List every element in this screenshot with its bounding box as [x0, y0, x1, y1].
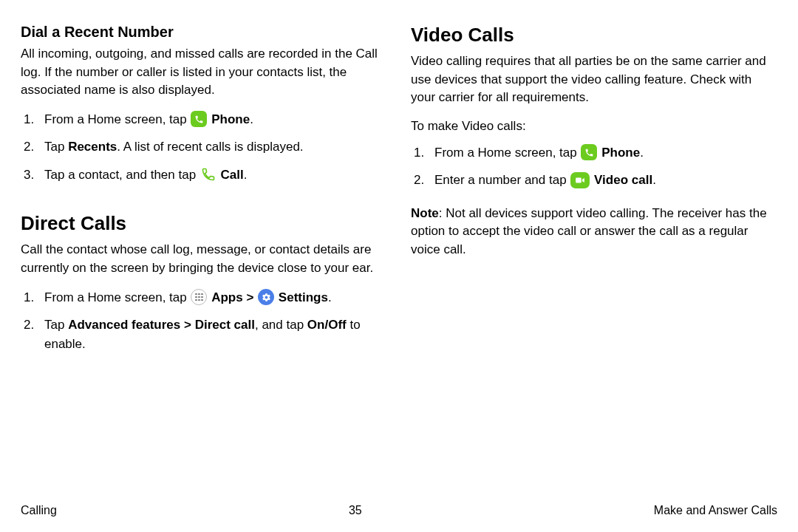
- step-text: Tap: [44, 318, 68, 332]
- onoff-label: On/Off: [307, 318, 347, 332]
- settings-label: Settings: [279, 290, 328, 304]
- step-item: From a Home screen, tap Apps > Settings.: [21, 288, 387, 307]
- steps-dial-recent: From a Home screen, tap Phone. Tap Recen…: [21, 110, 387, 185]
- call-label: Call: [221, 168, 244, 182]
- note-paragraph: Note: Not all devices support video call…: [411, 205, 777, 259]
- step-text: , and tap: [255, 318, 307, 332]
- paragraph-to-make: To make Video calls:: [411, 117, 777, 136]
- apps-label: Apps: [211, 290, 243, 304]
- paragraph-dial-recent: All incoming, outgoing, and missed calls…: [21, 45, 387, 100]
- phone-label: Phone: [601, 146, 640, 160]
- apps-icon: [191, 289, 207, 305]
- step-text: From a Home screen, tap: [44, 112, 190, 126]
- video-call-label: Video call: [594, 173, 652, 187]
- steps-video-calls: From a Home screen, tap Phone. Enter a n…: [411, 143, 777, 190]
- step-text: Enter a number and tap: [434, 173, 570, 187]
- note-label: Note: [411, 206, 439, 220]
- video-call-icon: [570, 172, 590, 188]
- step-text: From a Home screen, tap: [44, 290, 190, 304]
- step-text: From a Home screen, tap: [434, 146, 580, 160]
- period: .: [328, 290, 332, 304]
- left-column: Dial a Recent Number All incoming, outgo…: [21, 24, 387, 497]
- heading-direct-calls: Direct Calls: [21, 212, 387, 235]
- right-column: Video Calls Video calling requires that …: [411, 24, 777, 497]
- chevron-icon: >: [246, 290, 253, 304]
- phone-label: Phone: [211, 112, 250, 126]
- step-item: Tap Recents. A list of recent calls is d…: [21, 137, 387, 157]
- footer-right: Make and Answer Calls: [654, 504, 777, 517]
- step-item: Tap a contact, and then tap Call.: [21, 166, 387, 185]
- svg-rect-0: [576, 177, 582, 183]
- step-item: From a Home screen, tap Phone.: [21, 110, 387, 129]
- paragraph-direct-calls: Call the contact whose call log, message…: [21, 241, 387, 277]
- advanced-features-label: Advanced features: [68, 318, 180, 332]
- step-text: . A list of recent calls is displayed.: [117, 140, 303, 154]
- heading-video-calls: Video Calls: [411, 24, 777, 47]
- call-outline-icon: [200, 166, 216, 183]
- steps-direct-calls: From a Home screen, tap Apps > Settings.…: [21, 288, 387, 354]
- step-text: Tap: [44, 140, 68, 154]
- phone-app-icon: [191, 111, 207, 127]
- period: .: [250, 112, 253, 126]
- direct-call-label: Direct call: [195, 318, 255, 332]
- phone-app-icon: [581, 144, 597, 160]
- step-text: Tap a contact, and then tap: [44, 168, 200, 182]
- footer-left: Calling: [21, 504, 57, 517]
- recents-label: Recents: [68, 140, 117, 154]
- settings-icon: [258, 289, 274, 305]
- period: .: [244, 168, 248, 182]
- period: .: [652, 173, 656, 187]
- page-columns: Dial a Recent Number All incoming, outgo…: [21, 24, 777, 497]
- chevron-icon: >: [184, 318, 191, 332]
- step-item: From a Home screen, tap Phone.: [411, 143, 777, 163]
- page-footer: Calling 35 Make and Answer Calls: [21, 504, 777, 517]
- step-item: Enter a number and tap Video call.: [411, 171, 777, 190]
- note-body: : Not all devices support video calling.…: [411, 206, 767, 256]
- footer-page-number: 35: [349, 504, 362, 517]
- paragraph-video-calls: Video calling requires that all parties …: [411, 52, 777, 107]
- period: .: [640, 146, 644, 160]
- step-item: Tap Advanced features > Direct call, and…: [21, 316, 387, 353]
- heading-dial-recent: Dial a Recent Number: [21, 24, 387, 41]
